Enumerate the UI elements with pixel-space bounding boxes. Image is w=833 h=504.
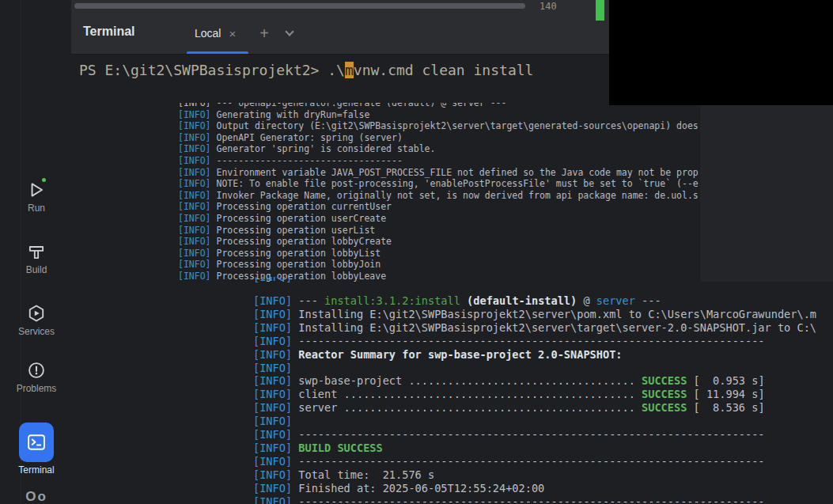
terminal-log-line: [INFO] --- install:3.1.2:install (defaul… xyxy=(253,294,833,308)
plus-icon: + xyxy=(259,25,269,43)
terminal-output-small[interactable]: [INFO] --- openapi-generator:generate (d… xyxy=(178,103,700,282)
sidebar-item-label: Services xyxy=(0,326,73,337)
terminal-icon xyxy=(25,431,47,453)
terminal-log-line: [INFO] Output directory (E:\git2\SWPBasi… xyxy=(178,120,700,132)
terminal-log-line: [INFO] Total time: 21.576 s xyxy=(253,468,833,482)
new-tab-button[interactable]: + xyxy=(255,24,274,43)
terminal-log-line: [INFO] Invoker Package Name, originally … xyxy=(178,190,700,202)
terminal-log-line: [INFO] ---------------------------------… xyxy=(253,428,833,441)
terminal-command-line[interactable]: PS E:\git2\SWPBasisprojekt2> .\mvnw.cmd … xyxy=(79,62,533,78)
line-indicator: 140 xyxy=(540,1,557,12)
partial-icon: Oo xyxy=(25,489,47,504)
terminal-log-line: [INFO] Processing operation currentUser xyxy=(178,201,700,213)
gutter-change-marker xyxy=(596,0,604,21)
terminal-log-line: [INFO] ---------------------------------… xyxy=(253,495,833,504)
tab-label: Local xyxy=(195,27,221,40)
ide-screen: Run Build Services Problems Terminal Oo xyxy=(0,0,833,504)
terminal-log-line: [INFO] Processing operation lobbyList xyxy=(178,248,700,260)
terminal-log-line: [INFO] xyxy=(253,362,833,375)
tool-window-stripe: Run Build Services Problems Terminal Oo xyxy=(0,0,73,504)
sidebar-item-terminal[interactable]: Terminal xyxy=(0,423,73,476)
terminal-log-line: [INFO] OpenAPI Generator: spring (server… xyxy=(178,132,700,144)
terminal-log-line: [INFO] client ..........................… xyxy=(253,388,833,401)
small-log-lines: [INFO] Generating with dryRun=false[INFO… xyxy=(178,109,700,282)
terminal-log-line: [INFO] Generator 'spring' is considered … xyxy=(178,143,700,155)
terminal-log-line-partial: [INFO] --- openapi-generator:generate (d… xyxy=(178,103,700,109)
prompt-text: PS E:\git2\SWPBasisprojekt2> xyxy=(79,62,328,78)
sidebar-item-label: Build xyxy=(0,264,73,275)
terminal-log-line: [INFO] Generating with dryRun=false xyxy=(178,109,700,121)
command-text: .\ xyxy=(328,62,345,78)
terminal-options-button[interactable] xyxy=(280,24,299,43)
terminal-log-line: [INFO] Reactor Summary for swp-base-proj… xyxy=(253,348,833,362)
horizontal-scrollbar: 140 xyxy=(71,0,609,13)
active-tab-indicator xyxy=(187,51,248,54)
sidebar-item-label: Problems xyxy=(0,383,73,394)
terminal-log-line: [INFO] ---------------------------------… xyxy=(253,455,833,468)
services-icon xyxy=(26,303,47,324)
overlay-black-panel xyxy=(609,0,833,105)
terminal-log-line: [INFO] Processing operation lobbyJoin xyxy=(178,259,700,271)
overlay-gray-panel xyxy=(700,105,833,282)
terminal-log-line: [INFO] Installing E:\git2\SWPBasisprojek… xyxy=(253,321,833,335)
problems-icon xyxy=(26,360,47,381)
sidebar-item-services[interactable]: Services xyxy=(0,303,73,337)
terminal-log-line: [INFO] Processing operation userList xyxy=(178,225,700,237)
terminal-log-line: [INFO] Processing operation userCreate xyxy=(178,213,700,225)
terminal-log-line: [INFO] NOTE: To enable file post-process… xyxy=(178,178,700,190)
terminal-title: Terminal xyxy=(83,25,135,39)
scrollbar-thumb[interactable] xyxy=(74,3,525,9)
terminal-tab-bar: Terminal Local × + xyxy=(71,13,609,55)
tab-local[interactable]: Local × xyxy=(190,13,240,54)
large-log-lines: [INFO] --- install:3.1.2:install (defaul… xyxy=(253,294,833,504)
chevron-down-icon xyxy=(285,27,293,36)
terminal-log-line: [INFO] Finished at: 2025-06-05T12:55:24+… xyxy=(253,482,833,495)
terminal-log-line: [INFO] swp-base-project ................… xyxy=(253,374,833,388)
terminal-active-highlight xyxy=(19,423,54,462)
close-icon[interactable]: × xyxy=(229,28,236,40)
command-text: clean install xyxy=(414,62,534,78)
sidebar-item-label: Terminal xyxy=(0,464,73,476)
terminal-log-line: [INFO] xyxy=(253,415,833,428)
terminal-log-line: [INFO] Processing operation lobbyCreate xyxy=(178,236,700,248)
sidebar-item-run[interactable]: Run xyxy=(0,180,73,214)
build-hammer-icon xyxy=(26,241,47,262)
terminal-cursor: m xyxy=(345,62,354,78)
terminal-log-line: [INFO] BUILD SUCCESS xyxy=(253,441,833,455)
sidebar-item-more-partial[interactable]: Oo xyxy=(0,489,73,504)
terminal-log-line: [INFO] ---------------------------------… xyxy=(253,335,833,348)
terminal-output-large[interactable]: [INFO] --- install:3.1.2:install (defaul… xyxy=(244,282,833,504)
terminal-log-line: [INFO] server ..........................… xyxy=(253,401,833,415)
sidebar-item-label: Run xyxy=(0,203,73,214)
command-text: vnw.cmd xyxy=(354,62,414,78)
terminal-log-line: [INFO] ---------------------------------… xyxy=(178,155,700,167)
sidebar-item-build[interactable]: Build xyxy=(0,241,73,275)
run-active-dot xyxy=(40,176,47,184)
terminal-log-line-partial: [INFO] xyxy=(253,277,324,283)
terminal-log-line: [INFO] Environment variable JAVA_POST_PR… xyxy=(178,167,700,179)
sidebar-item-problems[interactable]: Problems xyxy=(0,360,73,394)
terminal-log-line: [INFO] Installing E:\git2\SWPBasisprojek… xyxy=(253,308,833,321)
